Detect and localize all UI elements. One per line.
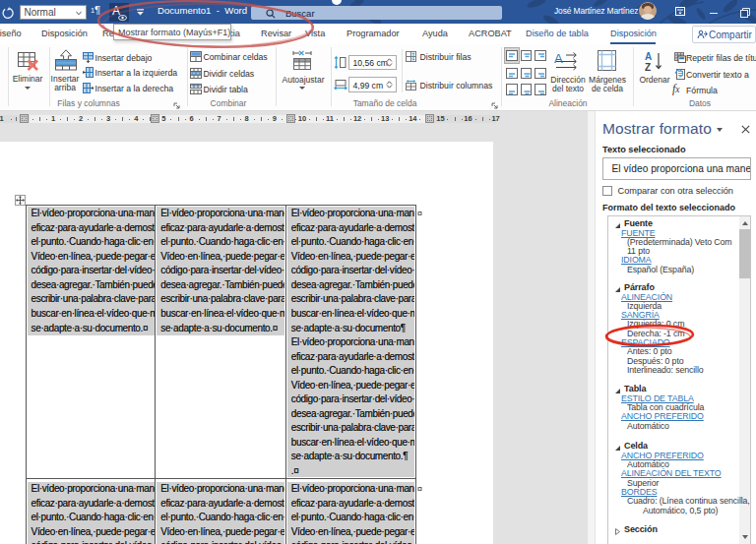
svg-text:A: A <box>554 51 563 66</box>
svg-text:A: A <box>645 51 652 62</box>
svg-text:Z: Z <box>645 62 651 72</box>
